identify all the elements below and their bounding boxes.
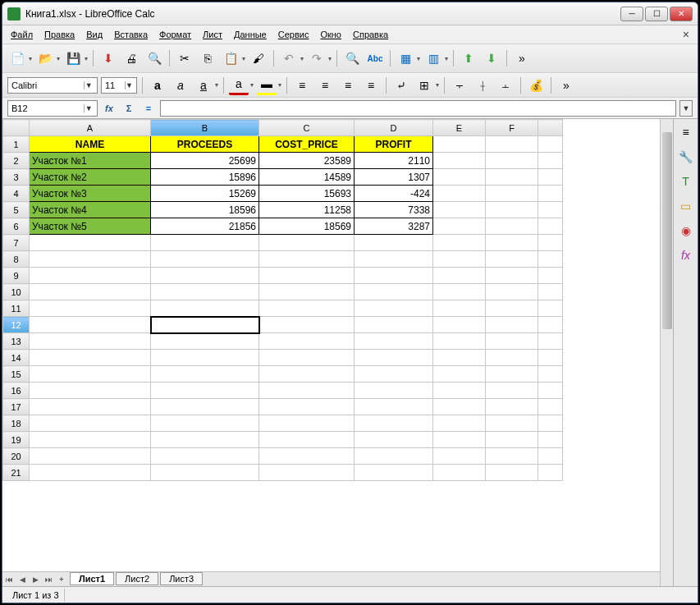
add-sheet-button[interactable]: +	[55, 573, 68, 586]
row-header-16[interactable]: 16	[3, 383, 30, 399]
cell-D5[interactable]: 7338	[355, 202, 433, 218]
row-header-6[interactable]: 6	[3, 218, 30, 235]
sheet-tab-3[interactable]: Лист3	[160, 572, 203, 585]
properties-icon[interactable]: 🔧	[678, 149, 694, 165]
cell-G15[interactable]	[538, 366, 563, 383]
font-name-dropdown[interactable]: ▼	[84, 81, 94, 89]
cell-B14[interactable]	[151, 350, 259, 366]
cell-D9[interactable]	[355, 268, 433, 284]
font-size-dropdown[interactable]: ▼	[125, 81, 133, 89]
cell-A8[interactable]	[30, 251, 151, 268]
menu-data[interactable]: Данные	[229, 28, 272, 41]
cell-C8[interactable]	[259, 251, 355, 268]
wrap-text-button[interactable]: ⤶	[391, 76, 411, 95]
cell-A11[interactable]	[30, 300, 151, 317]
cell-D2[interactable]: 2110	[355, 153, 433, 169]
cell-F17[interactable]	[486, 399, 538, 415]
cell-E5[interactable]	[433, 202, 486, 218]
cell-C18[interactable]	[259, 415, 355, 432]
cell-F14[interactable]	[486, 350, 538, 366]
functions-icon[interactable]: fx	[678, 247, 694, 264]
row-header-18[interactable]: 18	[3, 415, 30, 432]
cell-C19[interactable]	[259, 432, 355, 448]
cell-B10[interactable]	[151, 284, 259, 300]
cell-E3[interactable]	[433, 169, 486, 186]
cell-B11[interactable]	[151, 300, 259, 317]
align-top-button[interactable]: ⫟	[450, 76, 469, 95]
cell-B20[interactable]	[151, 448, 259, 465]
cell-A16[interactable]	[30, 383, 151, 399]
cell-D20[interactable]	[355, 448, 433, 465]
row-header-19[interactable]: 19	[3, 432, 30, 448]
cell-C20[interactable]	[259, 448, 355, 465]
copy-button[interactable]: ⎘	[198, 48, 217, 68]
find-button[interactable]: 🔍	[342, 48, 362, 68]
tab-first-button[interactable]: ⏮	[2, 573, 16, 586]
menu-insert[interactable]: Вставка	[109, 28, 153, 41]
align-left-button[interactable]: ≡	[292, 76, 312, 95]
cell-E13[interactable]	[433, 333, 486, 350]
cell-A20[interactable]	[30, 448, 151, 465]
font-name-combo[interactable]: ▼	[7, 77, 98, 94]
sidebar-settings-icon[interactable]: ≡	[678, 124, 694, 140]
cell-D15[interactable]	[355, 366, 433, 383]
cell-A19[interactable]	[30, 432, 151, 448]
cell-G17[interactable]	[538, 399, 563, 415]
cell-F2[interactable]	[486, 153, 538, 169]
menu-format[interactable]: Формат	[154, 28, 196, 41]
column-header-G[interactable]	[538, 120, 563, 136]
cell-B15[interactable]	[151, 366, 259, 383]
cell-G14[interactable]	[538, 350, 563, 366]
minimize-button[interactable]: ─	[620, 7, 643, 21]
cell-D18[interactable]	[355, 415, 433, 432]
column-header-C[interactable]: C	[259, 120, 355, 136]
menu-file[interactable]: Файл	[6, 28, 38, 41]
tab-last-button[interactable]: ⏭	[42, 573, 55, 586]
cell-A9[interactable]	[30, 268, 151, 284]
cell-F12[interactable]	[486, 317, 538, 333]
underline-button[interactable]: a	[194, 76, 213, 95]
cell-F8[interactable]	[486, 251, 538, 268]
cell-A7[interactable]	[30, 235, 151, 251]
row-header-4[interactable]: 4	[3, 186, 30, 202]
cell-G18[interactable]	[538, 415, 563, 432]
row-header-21[interactable]: 21	[3, 465, 30, 481]
underline-dropdown[interactable]: ▾	[215, 81, 218, 89]
align-middle-button[interactable]: ⟊	[473, 76, 492, 95]
paste-button[interactable]: 📋	[221, 48, 240, 68]
titlebar[interactable]: Книга1.xlsx - LibreOffice Calc ─ ☐ ✕	[2, 2, 698, 25]
document-close-button[interactable]: ×	[678, 26, 694, 43]
column-header-B[interactable]: B	[151, 120, 259, 136]
cell-A10[interactable]	[30, 284, 151, 300]
highlight-dropdown[interactable]: ▾	[278, 81, 281, 89]
menu-window[interactable]: Окно	[315, 28, 346, 41]
cell-B2[interactable]: 25699	[151, 153, 259, 169]
cell-C10[interactable]	[259, 284, 355, 300]
menu-edit[interactable]: Правка	[39, 28, 80, 41]
row-header-10[interactable]: 10	[3, 284, 30, 300]
new-dropdown[interactable]: ▾	[29, 55, 32, 62]
tab-next-button[interactable]: ▶	[29, 573, 42, 586]
cell-F5[interactable]	[486, 202, 538, 218]
cell-G21[interactable]	[538, 465, 563, 481]
row-header-17[interactable]: 17	[3, 399, 30, 415]
cell-D7[interactable]	[355, 235, 433, 251]
format-toolbar-overflow[interactable]: »	[556, 76, 576, 95]
close-button[interactable]: ✕	[670, 7, 693, 21]
cell-B8[interactable]	[151, 251, 259, 268]
cell-E9[interactable]	[433, 268, 486, 284]
cell-F9[interactable]	[486, 268, 538, 284]
cell-C3[interactable]: 14589	[259, 169, 355, 186]
cell-B17[interactable]	[151, 399, 259, 415]
cell-F21[interactable]	[486, 465, 538, 481]
row-header-15[interactable]: 15	[3, 366, 30, 383]
cell-G13[interactable]	[538, 333, 563, 350]
cell-F20[interactable]	[486, 448, 538, 465]
select-all-corner[interactable]	[3, 120, 30, 136]
row-header-3[interactable]: 3	[3, 169, 30, 186]
column-header-F[interactable]: F	[486, 120, 538, 136]
font-color-dropdown[interactable]: ▾	[250, 81, 254, 89]
cell-C16[interactable]	[259, 383, 355, 399]
cell-B21[interactable]	[151, 465, 259, 481]
row-header-9[interactable]: 9	[3, 268, 30, 284]
